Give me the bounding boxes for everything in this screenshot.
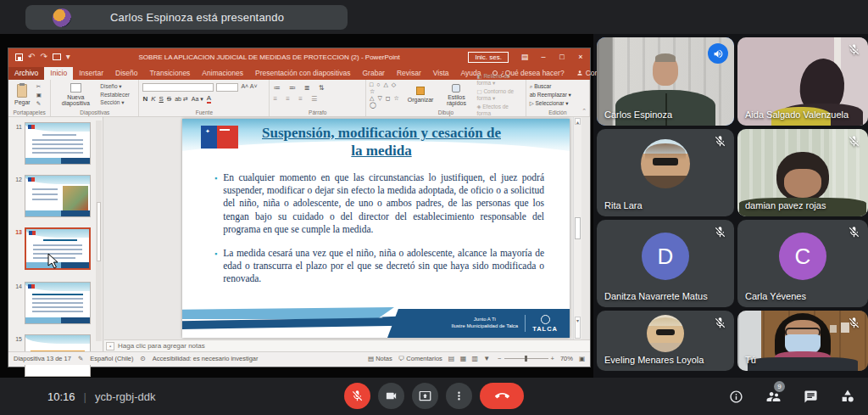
shape-fill-button[interactable]: ◧ Relleno de forma ▾	[476, 73, 521, 87]
close-button[interactable]: ×	[571, 48, 590, 65]
mic-off-icon	[848, 135, 860, 148]
redo-icon[interactable]: ↷	[40, 53, 47, 61]
case-button[interactable]: Aa ▾	[192, 96, 203, 103]
audio-active-indicator	[708, 43, 728, 64]
mouse-cursor	[47, 253, 58, 269]
notes-toggle[interactable]: ▤ Notas	[368, 355, 392, 362]
more-options-button[interactable]	[446, 383, 472, 409]
accessibility-status[interactable]: Accesibilidad: es necesario investigar	[153, 355, 259, 362]
present-button[interactable]	[412, 383, 438, 409]
tile-rita-lara[interactable]: Rita Lara	[597, 129, 734, 216]
notes-collapse-handle[interactable]: ▪	[106, 342, 114, 351]
slide-bullet-1: ▪ En cualquier momento en que las circun…	[214, 171, 544, 236]
zoom-in-icon[interactable]: +	[551, 355, 554, 362]
slide-thumbnail-11[interactable]	[25, 122, 91, 165]
notes-pane[interactable]: ▪ Haga clic para agregar notas	[104, 339, 590, 351]
find-button[interactable]: ⌕ Buscar	[530, 83, 571, 90]
section-button[interactable]: Sección ▾	[100, 99, 130, 106]
clock-time: 10:16	[47, 390, 75, 403]
meet-top-bar: Carlos Espinoza está presentando	[0, 0, 868, 34]
ppt-ribbon: Pegar ✂▣✎ Portapapeles Nueva diapositiva…	[8, 80, 590, 117]
current-slide[interactable]: Suspensión, modificación y cesación de l…	[182, 119, 570, 338]
paste-button[interactable]: Pegar	[12, 81, 33, 108]
comments-toggle[interactable]: 🗩 Comentarios	[398, 355, 442, 362]
camera-button[interactable]	[378, 383, 404, 409]
tab-insertar[interactable]: Insertar	[73, 67, 109, 80]
tab-diseno[interactable]: Diseño	[109, 67, 143, 80]
strikethrough-button[interactable]: S	[167, 95, 171, 103]
meet-panel-icons: 9	[727, 378, 856, 415]
undo-icon[interactable]: ↶	[28, 53, 35, 61]
slide-thumbnail-12[interactable]	[25, 175, 91, 217]
meeting-info: 10:16 | ycb-rgbj-ddk	[47, 378, 155, 415]
shapes-gallery[interactable]: □ ○ △ ◇ ☆ △ ▽ ◻ ☆ ◯	[370, 81, 402, 108]
tab-grabar[interactable]: Grabar	[357, 67, 391, 80]
save-icon[interactable]	[15, 53, 23, 61]
zoom-out-icon[interactable]: −	[498, 355, 501, 362]
font-name-box[interactable]	[142, 83, 214, 92]
select-button[interactable]: ▷ Seleccionar ▾	[530, 100, 571, 107]
reset-button[interactable]: Restablecer	[100, 92, 130, 98]
zoom-slider[interactable]: − +	[498, 355, 554, 362]
tile-carla-yevenes[interactable]: C Carla Yévenes	[737, 220, 868, 307]
fit-to-window-icon[interactable]: ▣	[579, 355, 585, 362]
tile-damian-pavez-rojas[interactable]: damian pavez rojas	[737, 129, 868, 216]
info-icon	[729, 390, 743, 404]
sign-in-button[interactable]: Inic. ses.	[468, 52, 509, 63]
font-color-button[interactable]: A	[207, 94, 211, 104]
arrange-button[interactable]: Organizar	[405, 81, 437, 108]
tab-revisar[interactable]: Revisar	[391, 67, 427, 80]
quick-styles-button[interactable]: Estilos rápidos	[439, 81, 473, 108]
tab-vista[interactable]: Vista	[427, 67, 455, 80]
minimize-button[interactable]: –	[534, 48, 553, 65]
align-buttons[interactable]: ≡ ≡ ≡ ☰	[273, 95, 362, 103]
talca-logo: TALCA	[532, 315, 558, 333]
chat-button[interactable]	[802, 388, 819, 405]
language-status[interactable]: Español (Chile)	[90, 355, 133, 362]
char-spacing-button[interactable]: ab ⇄	[175, 96, 188, 103]
ribbon-options-icon[interactable]: ▤	[515, 48, 534, 65]
tile-aida-salgado-valenzuela[interactable]: Aida Salgado Valenzuela	[737, 37, 868, 126]
mic-mute-button[interactable]	[344, 383, 370, 409]
tile-danitza-navarrete-matus[interactable]: D Danitza Navarrete Matus	[597, 220, 734, 307]
zoom-level[interactable]: 70%	[560, 355, 573, 362]
tile-carlos-espinoza[interactable]: Carlos Espinoza	[597, 37, 734, 126]
tab-inicio[interactable]: Inicio	[44, 67, 73, 80]
tab-animaciones[interactable]: Animaciones	[196, 67, 249, 80]
view-buttons[interactable]: ▤ ▦ ▥ ▼	[448, 355, 492, 362]
slide-scrollbar[interactable]: ▴▾	[573, 117, 581, 339]
collapse-ribbon-icon[interactable]: ⌃	[581, 108, 587, 115]
activities-button[interactable]	[839, 388, 856, 405]
restore-button[interactable]: □	[553, 48, 571, 65]
replace-button[interactable]: ab Reemplazar ▾	[530, 92, 571, 98]
slide-footer: Junto A Ti Ilustre Municipalidad de Talc…	[182, 300, 570, 338]
slide-thumbnail-14[interactable]	[25, 282, 91, 324]
tile-eveling-menares-loyola[interactable]: Eveling Menares Loyola	[597, 311, 734, 371]
layout-button[interactable]: Diseño ▾	[100, 83, 130, 90]
shape-outline-button[interactable]: ▢ Contorno de forma ▾	[476, 88, 521, 102]
tile-tu-self-view[interactable]: Tú	[737, 311, 868, 371]
mic-off-icon	[848, 226, 860, 238]
bold-button[interactable]: N	[142, 95, 147, 103]
cut-copy-format[interactable]: ✂▣✎	[36, 81, 42, 108]
mic-off-icon	[848, 317, 860, 329]
thumbnail-scrollbar[interactable]	[96, 121, 102, 341]
tab-archivo[interactable]: Archivo	[8, 67, 44, 80]
participants-button[interactable]: 9	[765, 388, 782, 405]
bullet-marker: ▪	[214, 174, 217, 236]
accessibility-icon: ⊙	[141, 355, 146, 362]
new-slide-button[interactable]: Nueva diapositiva	[54, 81, 97, 108]
leave-call-button[interactable]	[480, 383, 524, 409]
list-buttons[interactable]: ≔ ≕ ≣ ⇅	[273, 84, 362, 92]
grow-shrink-font[interactable]: A˄ A˅	[241, 83, 257, 92]
meeting-details-button[interactable]	[727, 388, 744, 405]
slideshow-icon[interactable]	[53, 53, 61, 60]
tab-presentacion[interactable]: Presentación con diapositivas	[249, 67, 356, 80]
underline-button[interactable]: S	[159, 95, 164, 103]
spell-check-icon[interactable]: ✎	[78, 355, 83, 362]
tab-transiciones[interactable]: Transiciones	[143, 67, 196, 80]
italic-button[interactable]: K	[151, 95, 155, 103]
speaker-icon	[713, 48, 724, 59]
font-size-box[interactable]	[216, 83, 238, 92]
municipality-tagline: Junto A Ti Ilustre Municipalidad de Talc…	[452, 317, 519, 330]
